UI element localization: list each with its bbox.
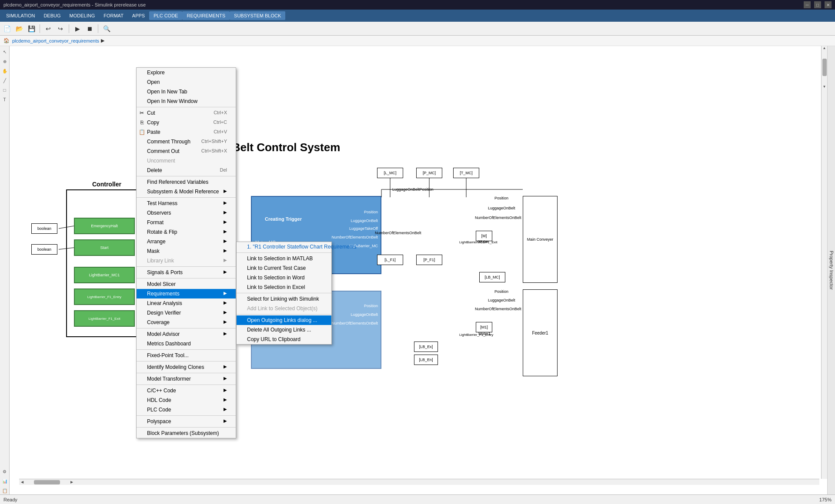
ctx-link-to-word[interactable]: Link to Selection in Word [237, 273, 331, 282]
ctx-paste[interactable]: 📋 Paste Ctrl+V [137, 127, 236, 137]
sidebar-zoom[interactable]: ⊕ [1, 57, 9, 65]
ctx-rotate-flip[interactable]: Rotate & Flip ▶ [137, 227, 236, 237]
property-inspector-tab[interactable]: Property Inspector [827, 46, 835, 494]
ctx-delete[interactable]: Delete Del [137, 166, 236, 175]
ctx-subsystem-model-ref[interactable]: Subsystem & Model Reference ▶ [137, 187, 236, 196]
ctx-identify-modeling-clones[interactable]: Identify Modeling Clones ▶ [137, 362, 236, 372]
menu-debug[interactable]: DEBUG [39, 11, 65, 20]
ctx-r1-controller[interactable]: 1. "R1 Controller Stateflow Chart Requir… [237, 242, 331, 252]
menu-subsystem-block[interactable]: SUBSYSTEM BLOCK [230, 11, 285, 20]
ctx-coverage[interactable]: Coverage ▶ [137, 318, 236, 327]
menu-format[interactable]: FORMAT [99, 11, 128, 20]
sidebar-text[interactable]: T [1, 96, 9, 103]
ctx-select-for-linking[interactable]: Select for Linking with Simulink [237, 294, 331, 304]
light-barrier-f1-exit-block[interactable]: LightBarrier_F1_Exit [74, 310, 135, 327]
ctx-model-advisor[interactable]: Model Advisor ▶ [137, 329, 236, 339]
lb-ex-block[interactable]: [LB_Ex] [414, 342, 438, 352]
h-scroll-thumb[interactable] [34, 480, 60, 484]
ctx-mask[interactable]: Mask ▶ [137, 246, 236, 256]
ctx-metrics-dashboard[interactable]: Metrics Dashboard [137, 339, 236, 348]
start-block[interactable]: Start [74, 239, 135, 256]
ctx-delete-all-outgoing-links[interactable]: Delete All Outgoing Links ... [237, 325, 331, 335]
ctx-fixed-point-tool[interactable]: Fixed-Point Tool... [137, 351, 236, 360]
sidebar-select[interactable]: ↖ [1, 48, 9, 56]
v-scroll-thumb[interactable] [822, 59, 827, 76]
maximize-button[interactable]: □ [814, 1, 821, 8]
feeder1-block[interactable]: Feeder1 [523, 289, 558, 376]
v-scroll-up[interactable]: ▲ [821, 46, 827, 50]
ctx-test-harness[interactable]: Test Harness ▶ [137, 199, 236, 208]
ctx-signals-ports[interactable]: Signals & Ports ▶ [137, 268, 236, 277]
sidebar-line[interactable]: ╱ [1, 76, 9, 84]
ctx-polyspace[interactable]: Polyspace ▶ [137, 417, 236, 426]
main-conveyer-block[interactable]: Main Conveyer [523, 196, 558, 283]
lb-en-block[interactable]: [LB_En] [414, 355, 438, 365]
t-mc-block[interactable]: [T_MC] [453, 168, 479, 178]
light-barrier-f1-entry-block[interactable]: LightBarrier_F1_Entry [74, 288, 135, 305]
v-scrollbar[interactable]: ▲ ▼ [821, 46, 827, 479]
zoom-in-button[interactable]: 🔍 [101, 23, 112, 34]
boolean2-block[interactable]: boolean [31, 244, 57, 255]
boolean1-block[interactable]: boolean [31, 223, 57, 234]
ctx-comment-out[interactable]: Comment Out Ctrl+Shift+X [137, 146, 236, 156]
menu-requirements[interactable]: REQUIREMENTS [182, 11, 230, 20]
ctx-cut[interactable]: ✂ Cut Ctrl+X [137, 108, 236, 118]
sidebar-pan[interactable]: ✋ [1, 67, 9, 75]
light-barrier-mc1-block[interactable]: LightBarrier_MC1 [74, 267, 135, 283]
ctx-design-verifier[interactable]: Design Verifier ▶ [137, 308, 236, 318]
ctx-hdl-code[interactable]: HDL Code ▶ [137, 395, 236, 405]
l-mc-block[interactable]: [L_MC] [377, 168, 403, 178]
ctx-observers[interactable]: Observers ▶ [137, 208, 236, 218]
close-button[interactable]: ✕ [825, 1, 832, 8]
ctx-plc-code[interactable]: PLC Code ▶ [137, 405, 236, 414]
h-scroll-left[interactable]: ◀ [19, 480, 25, 484]
undo-button[interactable]: ↩ [43, 23, 53, 34]
stop-button[interactable]: ⏹ [84, 23, 95, 34]
h-scrollbar[interactable]: ◀ ▶ [19, 479, 819, 485]
menu-simulation[interactable]: SIMULATION [2, 11, 39, 20]
ctx-link-to-excel[interactable]: Link to Selection in Excel [237, 282, 331, 292]
h-scroll-right[interactable]: ▶ [69, 480, 75, 484]
menu-modeling[interactable]: MODELING [65, 11, 100, 20]
emergency-halt-block[interactable]: EmergencyHalt [74, 218, 135, 234]
menu-plc-code[interactable]: PLC CODE [149, 11, 182, 20]
ctx-copy[interactable]: ⎘ Copy Ctrl+C [137, 118, 236, 127]
ctx-explore[interactable]: Explore [137, 68, 236, 77]
ctx-c-cpp-code[interactable]: C/C++ Code ▶ [137, 386, 236, 395]
l-f1-block[interactable]: [L_F1] [377, 255, 403, 265]
ctx-link-to-test-case[interactable]: Link to Current Test Case [237, 263, 331, 273]
ctx-open-new-window[interactable]: Open In New Window [137, 96, 236, 106]
ctx-model-slicer[interactable]: Model Slicer [137, 279, 236, 289]
breadcrumb-path[interactable]: plcdemo_airport_conveyor_requirements [12, 38, 99, 43]
p-mc-block[interactable]: [P_MC] [416, 168, 442, 178]
sidebar-bottom1[interactable]: ⚙ [1, 468, 9, 475]
ctx-open-new-tab[interactable]: Open In New Tab [137, 87, 236, 96]
sidebar-bottom2[interactable]: 📊 [1, 477, 9, 485]
p-f1-block[interactable]: [P_F1] [416, 255, 442, 265]
coverage-arrow-icon: ▶ [224, 319, 227, 324]
sidebar-block[interactable]: □ [1, 86, 9, 94]
v-scroll-down[interactable]: ▼ [821, 85, 827, 89]
ctx-copy-url[interactable]: Copy URL to Clipboard [237, 335, 331, 344]
open-button[interactable]: 📂 [14, 23, 24, 34]
menu-apps[interactable]: APPS [128, 11, 149, 20]
ctx-requirements[interactable]: Requirements ▶ [137, 289, 236, 298]
minimize-button[interactable]: ─ [804, 1, 811, 8]
ctx-block-parameters[interactable]: Block Parameters (Subsystem) [137, 428, 236, 438]
lb-mc-block[interactable]: [LB_MC] [479, 272, 505, 282]
ctx-format[interactable]: Format ▶ [137, 218, 236, 227]
sidebar-bottom3[interactable]: 📋 [1, 487, 9, 494]
new-button[interactable]: 📄 [2, 23, 12, 34]
save-button[interactable]: 💾 [26, 23, 37, 34]
ctx-model-transformer[interactable]: Model Transformer ▶ [137, 374, 236, 384]
ctx-open-outgoing-links[interactable]: Open Outgoing Links dialog ... [237, 315, 331, 325]
run-button[interactable]: ▶ [72, 23, 83, 34]
redo-button[interactable]: ↪ [55, 23, 66, 34]
ctx-open[interactable]: Open [137, 77, 236, 87]
ctx-arrange[interactable]: Arrange ▶ [137, 237, 236, 246]
ctx-find-ref-vars[interactable]: Find Referenced Variables [137, 177, 236, 187]
ctx-linear-analysis[interactable]: Linear Analysis ▶ [137, 298, 236, 308]
ctx-comment-through[interactable]: Comment Through Ctrl+Shift+Y [137, 137, 236, 146]
ctx-link-to-matlab[interactable]: Link to Selection in MATLAB [237, 254, 331, 263]
m1-block[interactable]: [M1] [476, 322, 492, 332]
